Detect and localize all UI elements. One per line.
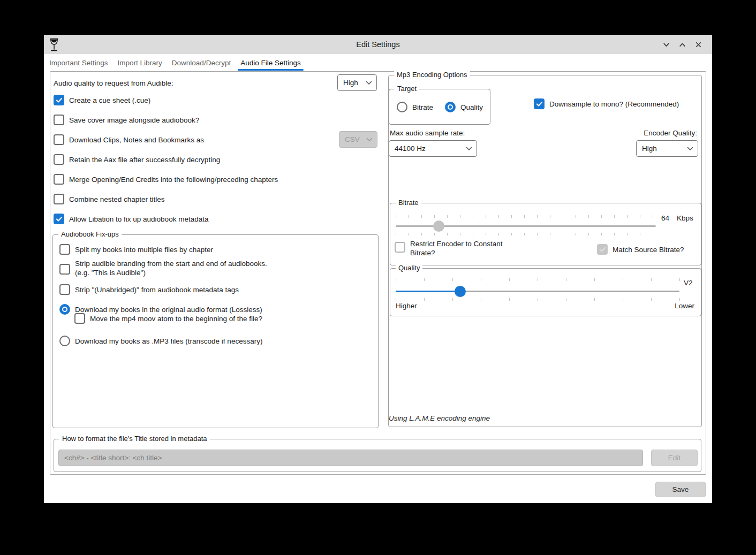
tab-import-library[interactable]: Import Library — [115, 54, 165, 71]
radio-selected[interactable] — [445, 102, 456, 112]
title-format-input — [58, 450, 643, 466]
save-cover-option[interactable]: Save cover image alongside audiobook? — [54, 114, 199, 126]
checkbox-unchecked[interactable] — [54, 115, 64, 125]
checkbox-unchecked[interactable] — [54, 154, 64, 165]
clips-format-select: CSV — [339, 131, 377, 148]
checkbox-unchecked[interactable] — [54, 174, 64, 185]
strip-unabridged-option[interactable]: Strip "(Unabridged)" from audiobook meta… — [59, 284, 239, 295]
merge-credits-option[interactable]: Merge Opening/End Credits into the follo… — [54, 173, 278, 185]
combine-chapters-option[interactable]: Combine nested chapter titles — [54, 193, 165, 205]
audio-quality-select[interactable]: High — [337, 74, 377, 91]
title-format-group: How to format the file's Title stored in… — [54, 439, 701, 472]
restrict-cbr-checkbox — [395, 242, 405, 253]
checkbox-disabled-checked — [597, 244, 608, 255]
checkbox-unchecked[interactable] — [54, 134, 64, 145]
bitrate-ticks-top — [396, 215, 654, 218]
sample-rate-label: Max audio sample rate: — [390, 129, 465, 137]
match-source-bitrate-option: Match Source Bitrate? — [597, 244, 684, 255]
tab-important-settings[interactable]: Important Settings — [47, 54, 111, 71]
mp3-encoding-group: Mp3 Encoding Options Target Bitrate Qual… — [388, 75, 702, 427]
fixup-metadata-option[interactable]: Allow Libation to fix up audiobook metad… — [54, 213, 208, 225]
close-button[interactable] — [693, 39, 704, 50]
target-bitrate-radio[interactable]: Bitrate — [397, 101, 433, 113]
quality-value: V2 — [684, 279, 693, 287]
group-title: Quality — [396, 264, 422, 272]
bitrate-value: 64 — [661, 214, 669, 222]
chevron-down-icon — [366, 81, 372, 85]
titlebar: Edit Settings — [44, 35, 712, 54]
cue-sheet-option[interactable]: Create a cue sheet (.cue) — [54, 94, 150, 106]
radio-selected[interactable] — [59, 304, 70, 315]
group-title: Audiobook Fix-ups — [58, 230, 122, 238]
radio-unselected[interactable] — [59, 336, 70, 346]
encoding-engine-note: Using L.A.M.E encoding engine — [389, 414, 490, 422]
tab-audio-file-settings[interactable]: Audio File Settings — [238, 54, 304, 71]
checkbox-unchecked[interactable] — [74, 313, 85, 324]
group-title: Target — [395, 85, 419, 93]
moov-atom-option[interactable]: Move the mp4 moov atom to the beginning … — [74, 313, 262, 324]
target-quality-radio[interactable]: Quality — [445, 101, 483, 113]
quality-slider-fill — [396, 291, 460, 292]
window-title: Edit Settings — [44, 40, 712, 49]
quality-group: Quality V2 Higher Lower — [390, 268, 701, 316]
download-clips-option[interactable]: Download Clips, Notes and Bookmarks as — [54, 134, 204, 146]
tab-bar: Important Settings Import Library Downlo… — [44, 54, 712, 71]
quality-higher-label: Higher — [396, 302, 417, 310]
target-group: Target Bitrate Quality — [389, 89, 490, 125]
chevron-down-icon — [466, 147, 472, 151]
quality-ticks-top — [396, 278, 681, 281]
strip-branding-option[interactable] — [59, 263, 70, 275]
chevron-down-icon — [366, 138, 373, 142]
split-by-chapter-option[interactable]: Split my books into multiple files by ch… — [59, 244, 213, 255]
checkbox-unchecked[interactable] — [59, 284, 70, 295]
minimize-button[interactable] — [661, 39, 671, 50]
tab-download-decrypt[interactable]: Download/Decrypt — [169, 54, 233, 71]
save-button[interactable]: Save — [655, 482, 706, 497]
encoder-quality-label: Encoder Quality: — [644, 129, 697, 137]
checkbox-checked[interactable] — [54, 214, 64, 224]
bitrate-ticks-bottom — [396, 233, 642, 235]
bitrate-unit: Kbps — [677, 214, 693, 222]
restrict-cbr-label: Restrict Encoder to Constant Bitrate? — [410, 239, 503, 257]
quality-ticks-bottom — [396, 298, 681, 301]
download-mp3-radio[interactable]: Download my books as .MP3 files (transco… — [59, 335, 262, 347]
group-title: Bitrate — [396, 199, 421, 207]
quality-lower-label: Lower — [675, 302, 694, 310]
quality-slider-thumb[interactable] — [455, 286, 466, 297]
radio-unselected[interactable] — [397, 102, 407, 112]
sample-rate-select[interactable]: 44100 Hz — [389, 140, 477, 157]
edit-settings-window: Edit Settings Important Settings Import … — [44, 35, 712, 503]
audiobook-fixups-group: Audiobook Fix-ups Split my books into mu… — [52, 234, 379, 428]
group-title: Mp3 Encoding Options — [394, 71, 470, 79]
chevron-down-icon — [687, 147, 693, 151]
maximize-button[interactable] — [677, 39, 687, 50]
strip-branding-label: Strip audible branding from the start an… — [75, 259, 267, 277]
group-title: How to format the file's Title stored in… — [59, 435, 210, 443]
checkbox-unchecked[interactable] — [59, 264, 70, 275]
checkbox-unchecked[interactable] — [54, 194, 64, 204]
downsample-mono-option[interactable]: Downsample to mono? (Recommended) — [534, 98, 679, 110]
checkbox-checked[interactable] — [54, 95, 64, 105]
audio-quality-label: Audio quality to request from Audible: — [54, 79, 173, 87]
checkbox-unchecked[interactable] — [59, 244, 70, 255]
edit-button: Edit — [651, 450, 698, 466]
bitrate-group: Bitrate 64 Kbps Restrict Encoder to Cons… — [390, 203, 701, 265]
bitrate-slider-thumb — [433, 221, 444, 232]
checkbox-checked[interactable] — [534, 98, 545, 109]
encoder-quality-select[interactable]: High — [636, 140, 698, 157]
retain-aax-option[interactable]: Retain the Aax file after successfully d… — [54, 154, 220, 165]
